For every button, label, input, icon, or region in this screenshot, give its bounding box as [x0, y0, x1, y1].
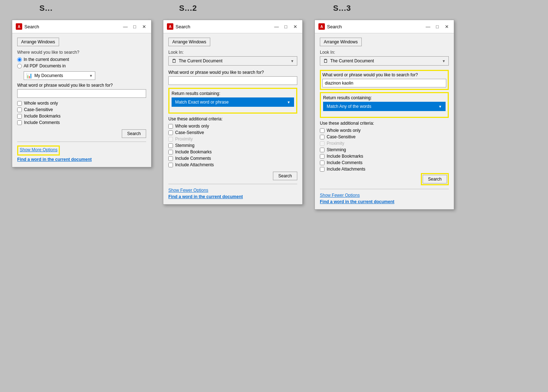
cb-comments-input-3[interactable]	[320, 161, 325, 165]
search-btn-container-1: Search	[17, 126, 146, 138]
close-btn-3[interactable]: ✕	[443, 23, 450, 30]
arrange-windows-btn-2[interactable]: Arrange Windows	[168, 38, 210, 46]
step2-label: S...2	[179, 4, 197, 13]
look-in-dropdown-2[interactable]: 🗒 The Current Document ▼	[168, 56, 297, 66]
search-input-2[interactable]	[168, 76, 297, 85]
checkbox-bookmarks-input-1[interactable]	[17, 114, 22, 119]
cb-proximity-label-3: Proximity	[327, 141, 344, 146]
maximize-btn-2[interactable]: □	[282, 23, 289, 30]
search-button-1[interactable]: Search	[122, 129, 146, 138]
close-btn-2[interactable]: ✕	[292, 23, 299, 30]
cb-whole-words-2: Whole words only	[168, 124, 297, 129]
look-in-label-2: Look In:	[168, 50, 297, 55]
cb-case-2: Case-Sensitive	[168, 130, 297, 135]
cb-bookmarks-input-3[interactable]	[320, 154, 325, 159]
look-in-value-2: The Current Document	[179, 58, 222, 63]
dialog-3: A Search — □ ✕ Arrange Windows Look In: …	[314, 20, 454, 210]
arrange-windows-btn-1[interactable]: Arrange Windows	[17, 38, 59, 46]
minimize-btn-2[interactable]: —	[273, 23, 280, 30]
arrange-windows-btn-3[interactable]: Arrange Windows	[320, 38, 362, 46]
where-search-label-1: Where would you like to search?	[17, 50, 146, 55]
cb-stemming-3: Stemming	[320, 147, 449, 152]
dialog-body-1: Arrange Windows Where would you like to …	[12, 33, 151, 167]
cb-case-input-2[interactable]	[168, 130, 173, 135]
cb-comments-input-2[interactable]	[168, 156, 173, 161]
find-word-link-1[interactable]: Find a word in the current document	[17, 157, 146, 162]
acrobat-icon-1: A	[16, 23, 22, 30]
results-dropdown-3[interactable]: Match Any of the words ▼	[323, 102, 446, 111]
divider-2	[168, 184, 297, 184]
checkbox-case-label-1: Case-Sensitive	[24, 107, 53, 112]
radio-all-pdf-input[interactable]	[17, 64, 22, 68]
cb-proximity-label-2: Proximity	[175, 137, 193, 142]
cb-comments-label-2: Include Comments	[175, 156, 211, 161]
cb-proximity-3: Proximity	[320, 141, 449, 146]
search-button-2[interactable]: Search	[273, 172, 297, 180]
checkbox-case-input-1[interactable]	[17, 107, 22, 112]
search-button-3[interactable]: Search	[423, 175, 447, 183]
cb-bookmarks-label-3: Include Bookmarks	[327, 154, 363, 159]
find-word-link-2[interactable]: Find a word in the current document	[168, 194, 297, 199]
cb-case-input-3[interactable]	[320, 135, 325, 139]
cb-whole-words-input-2[interactable]	[168, 124, 173, 129]
checkboxes-1: Whole words only Case-Sensitive Include …	[17, 101, 146, 125]
bottom-links-1: Show More Options Find a word in the cur…	[17, 144, 146, 162]
show-fewer-options-link-3[interactable]: Show Fewer Options	[320, 193, 449, 198]
results-value-2: Match Exact word or phrase	[175, 100, 229, 105]
radio-current-doc: In the current document	[17, 57, 146, 62]
maximize-btn-1[interactable]: □	[131, 23, 138, 30]
radio-group-1: In the current document All PDF Document…	[17, 57, 146, 68]
titlebar-1: A Search — □ ✕	[12, 20, 151, 33]
checkbox-comments-input-1[interactable]	[17, 120, 22, 125]
step3-label: S...3	[333, 4, 351, 13]
titlebar-2: A Search — □ ✕	[163, 20, 302, 33]
results-arrow-2: ▼	[287, 100, 290, 104]
cb-attachments-3: Include Attachments	[320, 167, 449, 172]
acrobat-icon-2: A	[167, 23, 173, 30]
return-results-section-2: Return results containing: Match Exact w…	[168, 88, 297, 114]
results-dropdown-2[interactable]: Match Exact word or phrase ▼	[172, 97, 294, 107]
cb-comments-label-3: Include Comments	[327, 160, 362, 165]
cb-stemming-input-2[interactable]	[168, 143, 173, 148]
cb-proximity-input-3	[320, 141, 325, 146]
divider-1	[17, 142, 146, 142]
radio-current-doc-input[interactable]	[17, 57, 22, 62]
show-more-options-link-1[interactable]: Show More Options	[20, 147, 57, 152]
cb-stemming-label-3: Stemming	[327, 147, 346, 152]
checkbox-whole-words-label-1: Whole words only	[24, 101, 58, 106]
phrase-section-3: What word or phrase would you like to se…	[320, 70, 449, 90]
cb-whole-words-3: Whole words only	[320, 128, 449, 133]
cb-whole-words-input-3[interactable]	[320, 128, 325, 133]
doc-icon-2: 🗒	[172, 58, 177, 64]
cb-stemming-input-3[interactable]	[320, 148, 325, 152]
cb-attachments-input-3[interactable]	[320, 167, 325, 172]
dialog-body-3: Arrange Windows Look In: 🗒 The Current D…	[315, 33, 454, 209]
look-in-dropdown-3[interactable]: 🗒 The Current Document ▼	[320, 56, 449, 66]
show-fewer-options-link-2[interactable]: Show Fewer Options	[168, 188, 297, 193]
criteria-label-3: Use these additional criteria:	[320, 121, 449, 126]
radio-current-doc-label: In the current document	[24, 57, 69, 62]
checkboxes-2: Whole words only Case-Sensitive Proximit…	[168, 124, 297, 167]
minimize-btn-1[interactable]: —	[122, 23, 129, 30]
cb-comments-3: Include Comments	[320, 160, 449, 165]
cb-bookmarks-input-2[interactable]	[168, 150, 173, 154]
checkbox-whole-words-input-1[interactable]	[17, 101, 22, 106]
cb-whole-words-label-2: Whole words only	[175, 124, 209, 129]
phrase-label-3: What word or phrase would you like to se…	[322, 72, 446, 77]
search-btn-container-2: Search	[168, 169, 297, 180]
dialog-title-3: Search	[327, 24, 422, 29]
cb-bookmarks-label-2: Include Bookmarks	[175, 149, 212, 154]
checkbox-bookmarks-label-1: Include Bookmarks	[24, 114, 61, 119]
find-word-link-3[interactable]: Find a word in the current document	[320, 199, 449, 204]
search-input-1[interactable]	[17, 89, 146, 98]
maximize-btn-3[interactable]: □	[434, 23, 441, 30]
divider-3	[320, 189, 449, 189]
cb-stemming-2: Stemming	[168, 143, 297, 148]
checkbox-comments-label-1: Include Comments	[24, 120, 60, 125]
folder-dropdown-1[interactable]: 📊 My Documents ▼	[24, 71, 95, 80]
minimize-btn-3[interactable]: —	[424, 23, 432, 30]
cb-attachments-input-2[interactable]	[168, 163, 173, 167]
search-input-3[interactable]	[322, 79, 446, 87]
close-btn-1[interactable]: ✕	[140, 23, 148, 30]
checkbox-whole-words-1: Whole words only	[17, 101, 146, 106]
